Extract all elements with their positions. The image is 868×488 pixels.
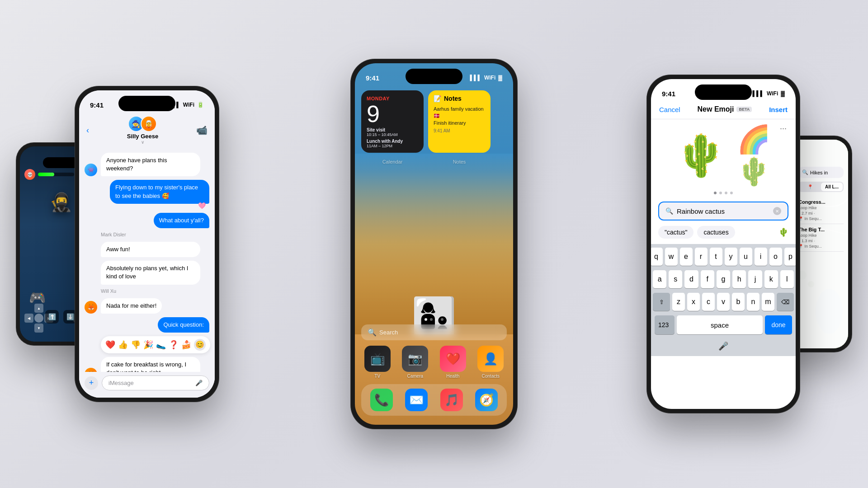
group-avatars: 🧙 🧝: [128, 116, 157, 132]
emoji-insert-button[interactable]: Insert: [769, 106, 788, 113]
dock-phone[interactable]: 📞: [366, 389, 397, 411]
calendar-event-2: Lunch with Andy 11AM – 12PM: [367, 139, 418, 148]
key-delete[interactable]: ⌫: [777, 293, 794, 311]
msg-aww-fun: Aww fun!: [101, 242, 209, 257]
key-a[interactable]: a: [653, 270, 666, 288]
dpad-down[interactable]: ▼: [34, 324, 43, 333]
emoji-thumbsup[interactable]: 👍: [118, 340, 128, 350]
back-button[interactable]: ‹: [86, 126, 89, 135]
key-v[interactable]: v: [717, 293, 730, 311]
app-camera-icon: 📷: [402, 346, 428, 372]
key-u[interactable]: u: [740, 248, 752, 266]
key-k[interactable]: k: [764, 270, 778, 288]
maps-search-bar[interactable]: 🔍 Hikes in: [798, 167, 844, 178]
key-n[interactable]: n: [747, 293, 760, 311]
emoji-preview-area: ··· 🌵 🌈🌵: [651, 119, 796, 192]
maps-filter-all[interactable]: All L...: [821, 183, 843, 191]
key-t[interactable]: t: [710, 248, 722, 266]
key-w[interactable]: w: [665, 248, 678, 266]
notes-widget[interactable]: 📝 Notes Aarhus family vacation 🇩🇰Finish …: [428, 90, 491, 153]
home-photo: 👩‍👦: [355, 154, 513, 334]
emoji-cancel-button[interactable]: Cancel: [659, 106, 680, 113]
suggestion-cactuses[interactable]: cactuses: [697, 226, 735, 239]
key-r[interactable]: r: [695, 248, 708, 266]
dynamic-island-home: [406, 69, 462, 84]
page-dot-2: [430, 318, 433, 321]
msg-bubble-yall: What about y'all?: [154, 213, 209, 228]
notes-title: Notes: [444, 95, 462, 102]
key-s[interactable]: s: [669, 270, 682, 288]
home-signal-icon: ▌▌▌: [470, 75, 482, 81]
dock-safari[interactable]: 🧭: [471, 389, 503, 411]
group-indicator: ∨: [141, 140, 144, 145]
app-tv[interactable]: 📺 TV: [361, 346, 394, 379]
msg-nada: 🦊 Nada for me either!: [85, 298, 209, 314]
key-p[interactable]: p: [784, 248, 796, 266]
msg-bubble-no-plans: Absolutely no plans yet, which I kind of…: [101, 261, 200, 284]
emoji-search-icon: 🔍: [665, 207, 673, 215]
app-camera[interactable]: 📷 Camera: [399, 346, 432, 379]
home-search-bar[interactable]: 🔍 Search: [361, 324, 507, 340]
battery-icon: 🔋: [197, 102, 204, 108]
msg-avatar-1: 👾: [85, 164, 97, 176]
emoji-shoes[interactable]: 🥿: [156, 340, 166, 350]
emoji-dot-1: [714, 192, 717, 194]
key-l[interactable]: l: [780, 270, 794, 288]
app-tv-label: TV: [374, 374, 380, 379]
dock-phone-icon: 📞: [370, 389, 393, 411]
key-m[interactable]: m: [762, 293, 774, 311]
emoji-heart[interactable]: ❤️: [105, 340, 115, 350]
key-e[interactable]: e: [680, 248, 693, 266]
phone-emoji: 9:41 ▌▌▌ WiFi ▓ Cancel New Emoji BETA In…: [646, 75, 800, 413]
key-i[interactable]: i: [755, 248, 767, 266]
key-numbers[interactable]: 123: [655, 315, 675, 334]
maps-hike-2[interactable]: The Big T... Loop Hike ↕ 1.3 mi · 📍 In S…: [798, 224, 844, 252]
calendar-widget[interactable]: MONDAY 9 Site visit 10:15 – 10:45AM Lunc…: [361, 90, 424, 153]
key-space[interactable]: space: [677, 315, 763, 334]
key-h[interactable]: h: [732, 270, 746, 288]
key-q[interactable]: q: [651, 248, 663, 266]
app-health[interactable]: ❤️ Health: [437, 346, 469, 379]
status-time-messages: 9:41: [90, 101, 104, 109]
emoji-title-group: New Emoji BETA: [698, 105, 752, 113]
suggestion-cactus[interactable]: "cactus": [658, 226, 693, 239]
emoji-more-button[interactable]: 😊: [194, 339, 206, 351]
dock-music[interactable]: 🎵: [436, 389, 467, 411]
emoji-more-options[interactable]: ···: [780, 124, 787, 133]
key-j[interactable]: j: [748, 270, 762, 288]
key-shift[interactable]: ⇧: [653, 293, 670, 311]
maps-hike-1-location: 📍 In Sequ...: [798, 216, 844, 221]
app-contacts[interactable]: 👤 Contacts: [475, 346, 507, 379]
key-c[interactable]: c: [702, 293, 715, 311]
emoji-party[interactable]: 🎉: [143, 340, 153, 350]
msg-bubble-flying: Flying down to my sister's place to see …: [110, 180, 209, 203]
emoji-search-clear-button[interactable]: ✕: [773, 207, 781, 215]
key-done[interactable]: done: [765, 315, 792, 334]
video-call-button[interactable]: 📹: [196, 125, 208, 136]
key-o[interactable]: o: [769, 248, 782, 266]
key-f[interactable]: f: [701, 270, 714, 288]
msg-anyone-plans: 👾 Anyone have plans this weekend?: [85, 153, 209, 176]
key-g[interactable]: g: [717, 270, 730, 288]
group-name: Silly Geese: [127, 133, 158, 140]
dock-mail[interactable]: ✉️: [401, 389, 433, 411]
emoji-cake[interactable]: 🍰: [181, 340, 191, 350]
emoji-search-bar[interactable]: 🔍 Rainbow cactus ✕: [658, 202, 788, 221]
emoji-preview-small: 🌈🌵: [737, 137, 773, 174]
key-d[interactable]: d: [684, 270, 698, 288]
key-y[interactable]: y: [725, 248, 737, 266]
emoji-question[interactable]: ❓: [169, 340, 179, 350]
dpad-left[interactable]: ◀: [24, 314, 33, 323]
emoji-reaction-row: ❤️ 👍 👎 🎉 🥿 ❓ 🍰 😊: [101, 336, 210, 353]
keyboard-mic-icon[interactable]: 🎤: [718, 341, 728, 351]
maps-filter-location[interactable]: 📍: [799, 183, 821, 191]
emoji-thumbsdown[interactable]: 👎: [131, 340, 141, 350]
microphone-icon: 🎤: [195, 380, 203, 386]
key-x[interactable]: x: [687, 293, 700, 311]
key-b[interactable]: b: [732, 293, 745, 311]
dpad-up[interactable]: ▲: [34, 304, 43, 313]
messages-add-button[interactable]: +: [85, 376, 98, 390]
key-z[interactable]: z: [672, 293, 685, 311]
maps-hike-1[interactable]: Congress... Loop Hike ↕ 2.7 mi · 📍 In Se…: [798, 197, 844, 224]
messages-input[interactable]: iMessage 🎤: [102, 375, 209, 390]
